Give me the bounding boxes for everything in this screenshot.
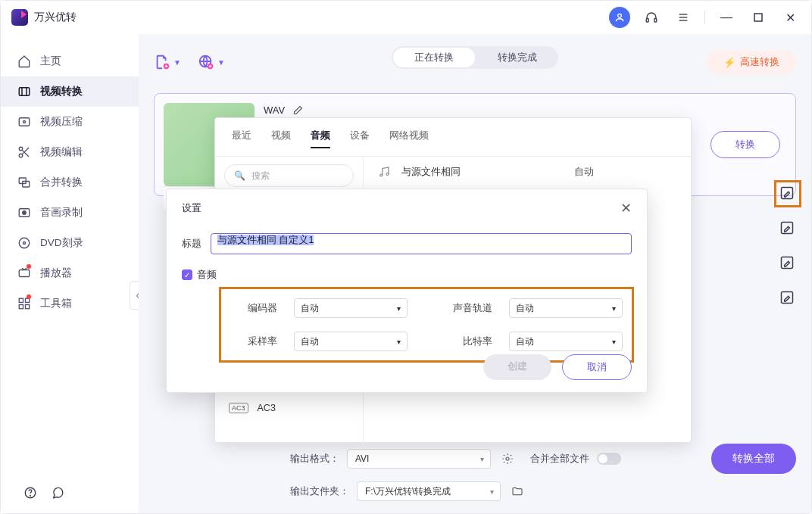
chevron-down-icon: ▾ (612, 304, 616, 313)
output-format-label: 输出格式： (290, 453, 339, 466)
add-file-icon (154, 54, 170, 70)
edit-profile-icon[interactable] (779, 220, 796, 237)
audio-checkbox-label: 音频 (197, 268, 217, 282)
close-button[interactable]: ✕ (779, 7, 801, 28)
edit-title-icon[interactable] (292, 104, 304, 116)
status-tabs: 正在转换 转换完成 (392, 46, 558, 69)
merge-files-label: 合并全部文件 (530, 453, 589, 466)
sidebar-item-toolbox[interactable]: 工具箱 (1, 288, 139, 319)
svg-rect-25 (19, 298, 23, 302)
encoder-select[interactable]: 自动▾ (294, 298, 408, 318)
svg-point-0 (618, 14, 622, 17)
tab-completed[interactable]: 转换完成 (476, 46, 558, 69)
headset-icon[interactable] (641, 7, 662, 28)
format-profile-auto: 自动 (574, 166, 594, 179)
sidebar-item-edit[interactable]: 视频编辑 (1, 137, 139, 167)
settings-title: 设置 (182, 201, 201, 215)
chevron-down-icon: ▾ (480, 455, 484, 463)
maximize-button[interactable] (748, 7, 769, 28)
checkbox-icon: ✓ (182, 269, 192, 280)
convert-all-button[interactable]: 转换全部 (711, 444, 796, 474)
user-icon[interactable] (609, 7, 630, 28)
sidebar-item-label: 主页 (40, 55, 61, 68)
sidebar-item-label: 合并转换 (40, 176, 83, 189)
bitrate-select[interactable]: 自动▾ (509, 332, 623, 351)
edit-profile-icon[interactable] (779, 185, 796, 202)
sidebar-item-label: 视频转换 (40, 85, 83, 98)
svg-rect-26 (26, 298, 30, 302)
sidebar-item-label: 工具箱 (40, 297, 72, 310)
merge-toggle[interactable] (597, 453, 621, 465)
search-icon: 🔍 (234, 170, 245, 181)
format-item-ac3[interactable]: AC3AC3 (224, 397, 353, 419)
format-tab-recent[interactable]: 最近 (232, 129, 251, 148)
format-tab-web[interactable]: 网络视频 (389, 129, 429, 148)
channel-label: 声音轨道 (424, 302, 492, 315)
sidebar-item-compress[interactable]: 视频压缩 (1, 107, 139, 137)
home-icon (17, 55, 31, 68)
chevron-down-icon: ▾ (397, 338, 401, 346)
disc-icon (17, 236, 31, 250)
add-url-button[interactable]: ▼ (198, 54, 225, 70)
help-icon[interactable] (23, 486, 37, 500)
add-file-button[interactable]: ▼ (154, 54, 181, 70)
sidebar-item-label: 音画录制 (40, 206, 83, 220)
add-url-icon (198, 54, 214, 70)
cancel-button[interactable]: 取消 (562, 354, 632, 380)
record-icon (17, 206, 31, 220)
sidebar-item-video-convert[interactable]: 视频转换 (1, 76, 139, 107)
sidebar-item-label: DVD刻录 (40, 236, 83, 250)
format-tab-audio[interactable]: 音频 (311, 129, 330, 148)
sidebar-item-dvd[interactable]: DVD刻录 (1, 228, 139, 258)
settings-dialog: 设置 ✕ 标题 与源文件相同 自定义1 ✓ 音频 编码器 自动▾ 声音轨道 自动… (166, 188, 648, 393)
output-folder-select[interactable]: F:\万兴优转\转换完成▾ (357, 481, 501, 501)
logo-icon (11, 9, 28, 26)
samplerate-select[interactable]: 自动▾ (294, 332, 408, 351)
film-icon (17, 85, 31, 98)
sidebar-item-merge[interactable]: 合并转换 (1, 167, 139, 198)
svg-rect-10 (19, 118, 30, 126)
svg-point-11 (23, 121, 26, 123)
fast-convert-button[interactable]: ⚡高速转换 (707, 50, 796, 74)
svg-point-40 (386, 173, 389, 176)
music-icon (377, 165, 391, 179)
chat-icon[interactable] (51, 486, 64, 500)
gear-icon[interactable] (498, 450, 517, 468)
ac3-badge-icon: AC3 (229, 403, 248, 413)
format-search-input[interactable]: 🔍搜索 (224, 164, 354, 187)
bitrate-label: 比特率 (424, 335, 492, 348)
svg-rect-1 (646, 19, 648, 23)
svg-point-19 (23, 211, 27, 215)
svg-rect-28 (26, 305, 30, 309)
format-tab-video[interactable]: 视频 (271, 129, 291, 148)
close-icon[interactable]: ✕ (620, 200, 632, 217)
menu-icon[interactable] (673, 7, 694, 28)
audio-checkbox[interactable]: ✓ 音频 (182, 268, 632, 282)
sidebar-item-home[interactable]: 主页 (1, 46, 139, 76)
format-tab-device[interactable]: 设备 (350, 129, 370, 148)
tab-converting[interactable]: 正在转换 (393, 48, 475, 67)
svg-point-30 (30, 495, 31, 496)
edit-profile-icon[interactable] (779, 290, 796, 307)
samplerate-label: 采样率 (235, 335, 277, 348)
create-button[interactable]: 创建 (483, 354, 551, 380)
merge-icon (17, 176, 31, 189)
convert-button[interactable]: 转换 (710, 131, 780, 158)
svg-rect-7 (19, 88, 30, 96)
edit-profile-icon[interactable] (779, 255, 796, 272)
scissors-icon (17, 145, 31, 159)
encoder-label: 编码器 (235, 302, 277, 315)
output-format-select[interactable]: AVI▾ (347, 449, 491, 469)
sidebar-item-record[interactable]: 音画录制 (1, 198, 139, 228)
sidebar-item-player[interactable]: 播放器 (1, 258, 139, 288)
chevron-down-icon: ▼ (217, 58, 225, 67)
chevron-down-icon: ▾ (490, 488, 494, 496)
title-input[interactable]: 与源文件相同 自定义1 (211, 233, 632, 254)
file-format-label: WAV (264, 104, 285, 116)
format-profile-row[interactable]: 与源文件相同 自动 (364, 157, 691, 187)
svg-point-21 (23, 242, 26, 245)
svg-point-13 (19, 154, 23, 157)
minimize-button[interactable]: — (716, 7, 737, 28)
channel-select[interactable]: 自动▾ (509, 298, 623, 318)
folder-icon[interactable] (508, 482, 526, 500)
